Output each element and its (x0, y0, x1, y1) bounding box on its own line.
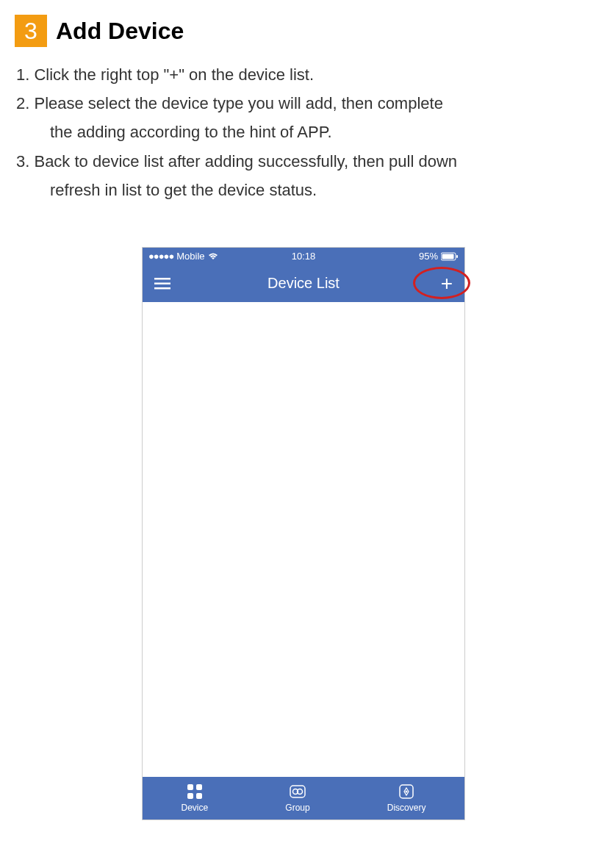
status-time: 10:18 (292, 251, 316, 262)
status-bar: ●●●●● Mobile 10:18 95% (143, 248, 464, 265)
tab-discovery[interactable]: Discovery (387, 783, 426, 813)
section-number-badge: 3 (15, 15, 47, 47)
instructions-list: 1. Click the right top "+" on the device… (15, 62, 592, 203)
section-title: Add Device (56, 18, 184, 45)
navigation-bar: Device List + (143, 265, 464, 302)
tab-discovery-label: Discovery (387, 803, 426, 813)
phone-screen: ●●●●● Mobile 10:18 95% (142, 247, 465, 820)
svg-rect-4 (154, 282, 170, 284)
svg-rect-2 (456, 255, 458, 258)
instruction-step-1: 1. Click the right top "+" on the device… (16, 62, 592, 87)
svg-rect-5 (154, 287, 170, 290)
tab-group[interactable]: Group (285, 783, 309, 813)
section-header: 3 Add Device (15, 15, 592, 47)
svg-rect-1 (442, 254, 454, 259)
wifi-icon (208, 253, 218, 260)
device-list-content[interactable] (143, 302, 464, 777)
menu-icon[interactable] (154, 278, 170, 290)
svg-rect-6 (187, 784, 193, 790)
phone-screenshot: ●●●●● Mobile 10:18 95% (142, 247, 465, 820)
discovery-tab-icon (396, 783, 417, 800)
instruction-step-2-continuation: the adding according to the hint of APP. (16, 119, 592, 145)
svg-rect-9 (196, 793, 202, 799)
svg-rect-7 (196, 784, 202, 790)
signal-dots-icon: ●●●●● (148, 251, 173, 262)
svg-point-14 (406, 791, 408, 793)
svg-rect-3 (154, 278, 170, 280)
status-bar-right: 95% (419, 251, 459, 262)
group-tab-icon (287, 783, 308, 800)
bottom-tab-bar: Device Group Discovery (143, 777, 464, 819)
device-tab-icon (184, 783, 205, 800)
instruction-step-2: 2. Please select the device type you wil… (16, 90, 592, 116)
status-bar-left: ●●●●● Mobile (148, 251, 218, 262)
svg-rect-8 (187, 793, 193, 799)
tab-device-label: Device (182, 803, 209, 813)
battery-icon (441, 252, 459, 261)
tab-device[interactable]: Device (182, 783, 209, 813)
instruction-step-3-continuation: refresh in list to get the device status… (16, 177, 592, 203)
tab-group-label: Group (285, 803, 309, 813)
add-device-button[interactable]: + (441, 273, 453, 294)
carrier-label: Mobile (176, 251, 204, 262)
instruction-step-3: 3. Back to device list after adding succ… (16, 148, 592, 174)
battery-percentage: 95% (419, 251, 438, 262)
nav-title: Device List (267, 275, 340, 292)
